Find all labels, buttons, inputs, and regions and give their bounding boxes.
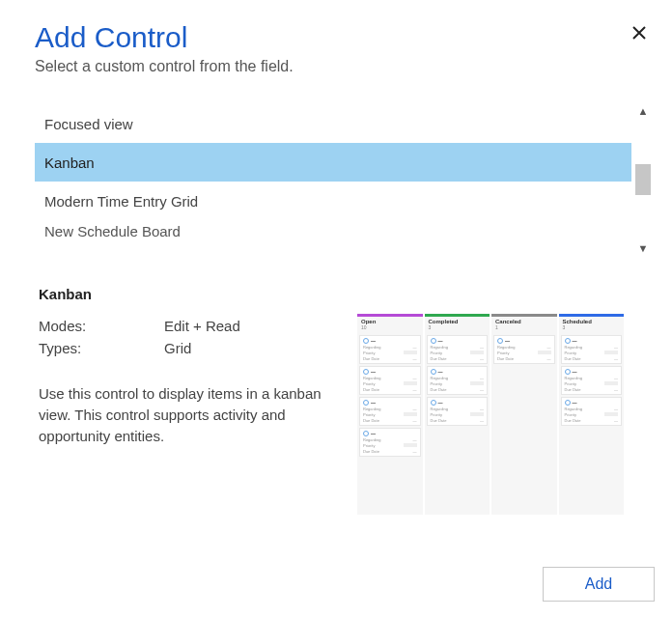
add-control-dialog: Add Control Select a custom control from… [0,0,672,617]
scroll-thumb[interactable] [635,164,651,195]
detail-modes: Modes: Edit + Read [39,318,353,334]
scroll-track-upper[interactable] [633,120,653,164]
list-item[interactable]: Modern Time Entry Grid [35,182,631,220]
preview-column: Open10—Regarding—PriorityDue Date——Regar… [357,314,423,515]
list-item[interactable]: New Schedule Board [35,220,631,239]
dialog-subtitle: Select a custom control from the field. [35,58,655,75]
types-value: Grid [164,340,191,356]
detail-types: Types: Grid [39,340,353,356]
preview-column: Canceled1—Regarding—PriorityDue Date— [491,314,557,515]
control-list-container: FindSlots_GridControl_NameFocused viewKa… [35,102,653,257]
detail-heading: Kanban [39,286,655,302]
close-button[interactable] [628,21,651,44]
list-item[interactable]: Kanban [35,143,631,182]
dialog-footer: Add [543,567,655,602]
kanban-preview-image: Open10—Regarding—PriorityDue Date——Regar… [357,314,624,515]
scrollbar[interactable]: ▲ ▼ [633,102,653,257]
list-item[interactable]: Focused view [35,104,631,143]
preview-column: Completed3—Regarding—PriorityDue Date——R… [425,314,490,515]
types-label: Types: [39,340,164,356]
scroll-up-icon[interactable]: ▲ [633,102,653,120]
close-icon [631,25,647,41]
detail-row: Modes: Edit + Read Types: Grid Use this … [35,314,653,515]
control-list[interactable]: FindSlots_GridControl_NameFocused viewKa… [35,102,631,257]
scroll-track-lower[interactable] [633,195,653,239]
detail-properties: Modes: Edit + Read Types: Grid Use this … [35,314,353,515]
modes-label: Modes: [39,318,164,334]
dialog-title: Add Control [35,21,655,54]
detail-description: Use this control to display items in a k… [39,383,328,446]
modes-value: Edit + Read [164,318,240,334]
scroll-down-icon[interactable]: ▼ [633,239,653,257]
preview-column: Scheduled3—Regarding—PriorityDue Date——R… [559,314,625,515]
add-button[interactable]: Add [543,567,655,602]
